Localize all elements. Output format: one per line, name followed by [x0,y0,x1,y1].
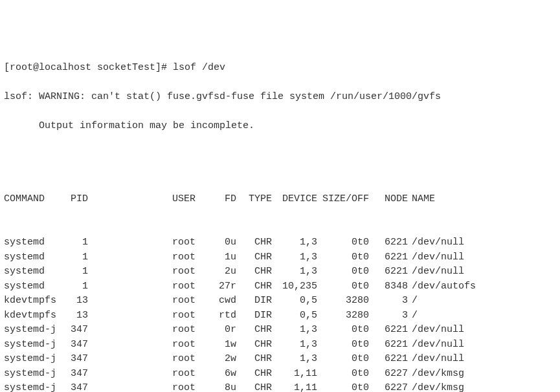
cell-pid: 1 [62,235,95,250]
cell-user: root [172,294,208,309]
cell-name: /dev/null [412,352,464,367]
cell-sizeoff: 0t0 [321,279,373,294]
cell-node: 6221 [373,352,412,367]
cell-spacer [95,265,172,279]
cell-device: 10,235 [276,279,321,294]
cell-node: 6227 [373,367,412,382]
cell-device: 1,3 [276,338,321,353]
cell-device: 1,3 [276,235,321,250]
cell-device: 0,5 [276,309,321,323]
cell-command: systemd-j [4,338,62,353]
cell-pid: 13 [62,309,95,323]
cell-node: 6221 [373,235,412,250]
cell-name: / [412,309,418,323]
cell-spacer [95,323,172,338]
header-fd: FD [208,192,240,207]
table-row: systemd1root1uCHR1,30t06221/dev/null [4,250,556,265]
cell-spacer [95,279,172,294]
cell-name: /dev/null [412,338,464,353]
cell-name: /dev/kmsg [412,367,464,382]
cell-type: CHR [240,367,276,382]
table-row: systemd-j347root6wCHR1,110t06227/dev/kms… [4,367,556,382]
header-spacer [95,192,172,207]
cell-name: /dev/null [412,250,464,265]
cell-sizeoff: 0t0 [321,367,373,382]
header-node: NODE [373,192,412,207]
cell-node: 6221 [373,323,412,338]
header-device: DEVICE [276,192,321,207]
cell-device: 1,11 [276,381,321,392]
cell-spacer [95,367,172,382]
cell-node: 3 [373,294,412,309]
cell-command: systemd-j [4,367,62,382]
cell-command: systemd-j [4,381,62,392]
cell-user: root [172,279,208,294]
cell-pid: 13 [62,294,95,309]
cell-spacer [95,352,172,367]
cell-fd: 27r [208,279,240,294]
cell-fd: 1w [208,338,240,353]
warning-line-1: lsof: WARNING: can't stat() fuse.gvfsd-f… [4,90,556,105]
cell-type: CHR [240,265,276,279]
cell-sizeoff: 0t0 [321,323,373,338]
cell-sizeoff: 0t0 [321,235,373,250]
table-row: systemd-j347root0rCHR1,30t06221/dev/null [4,323,556,338]
cell-node: 3 [373,309,412,323]
warning-line-2: Output information may be incomplete. [4,119,556,134]
table-row: systemd1root27rCHR10,2350t08348/dev/auto… [4,279,556,294]
cell-device: 0,5 [276,294,321,309]
cell-sizeoff: 0t0 [321,381,373,392]
cell-fd: cwd [208,294,240,309]
cell-node: 8348 [373,279,412,294]
cell-user: root [172,323,208,338]
cell-type: CHR [240,279,276,294]
table-row: systemd1root0uCHR1,30t06221/dev/null [4,235,556,250]
header-name: NAME [412,192,435,207]
cell-user: root [172,265,208,279]
header-pid: PID [62,192,95,207]
cell-pid: 1 [62,250,95,265]
cell-pid: 347 [62,352,95,367]
cell-type: DIR [240,294,276,309]
cell-command: systemd [4,250,62,265]
cell-fd: 6w [208,367,240,382]
header-type: TYPE [240,192,276,207]
cell-pid: 347 [62,367,95,382]
cell-sizeoff: 0t0 [321,265,373,279]
cell-device: 1,3 [276,250,321,265]
table-row: kdevtmpfs13rootrtdDIR0,532803/ [4,309,556,323]
cell-node: 6221 [373,250,412,265]
cell-fd: 0u [208,235,240,250]
cell-type: CHR [240,323,276,338]
cell-command: systemd [4,279,62,294]
cell-node: 6221 [373,338,412,353]
cell-node: 6221 [373,265,412,279]
cell-name: /dev/kmsg [412,381,464,392]
cell-fd: 8u [208,381,240,392]
cell-pid: 347 [62,381,95,392]
cell-device: 1,3 [276,265,321,279]
cell-user: root [172,381,208,392]
cell-device: 1,3 [276,352,321,367]
cell-device: 1,11 [276,367,321,382]
table-row: systemd1root2uCHR1,30t06221/dev/null [4,265,556,279]
cell-command: systemd-j [4,323,62,338]
cell-pid: 1 [62,265,95,279]
cell-spacer [95,309,172,323]
cell-device: 1,3 [276,323,321,338]
table-row: systemd-j347root1wCHR1,30t06221/dev/null [4,338,556,353]
cell-user: root [172,338,208,353]
cell-sizeoff: 0t0 [321,250,373,265]
cell-fd: 2u [208,265,240,279]
table-row: kdevtmpfs13rootcwdDIR0,532803/ [4,294,556,309]
cell-spacer [95,381,172,392]
cell-type: DIR [240,309,276,323]
cell-name: /dev/null [412,235,464,250]
cell-sizeoff: 0t0 [321,338,373,353]
cell-command: systemd [4,235,62,250]
cell-user: root [172,367,208,382]
table-header: COMMANDPIDUSERFDTYPEDEVICESIZE/OFFNODENA… [4,192,556,207]
cell-sizeoff: 3280 [321,309,373,323]
cell-type: CHR [240,338,276,353]
cell-command: kdevtmpfs [4,309,62,323]
